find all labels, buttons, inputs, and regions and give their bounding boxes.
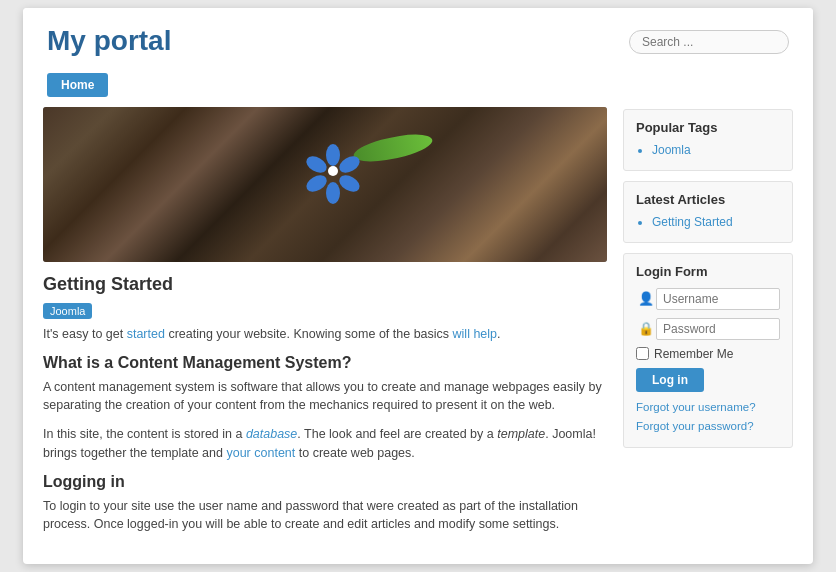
password-row: 🔒 — [636, 317, 780, 341]
remember-row: Remember Me — [636, 347, 780, 361]
username-row: 👤 — [636, 287, 780, 311]
header: My portal — [23, 8, 813, 67]
list-item: Joomla — [652, 143, 780, 157]
section1-title: What is a Content Management System? — [43, 354, 607, 372]
home-button[interactable]: Home — [47, 73, 108, 97]
popular-tags-title: Popular Tags — [636, 120, 780, 135]
user-icon: 👤 — [636, 287, 656, 311]
section1-text: A content management system is software … — [43, 378, 607, 416]
login-links: Forgot your username? Forgot your passwo… — [636, 398, 780, 437]
search-input[interactable] — [629, 30, 789, 54]
popular-tags-list: Joomla — [636, 143, 780, 157]
forgot-username-link[interactable]: Forgot your username? — [636, 398, 780, 418]
article-intro: It's easy to get started creating your w… — [43, 325, 607, 344]
sidebar: Popular Tags Joomla Latest Articles Gett… — [623, 107, 793, 544]
db-link[interactable]: database — [246, 427, 297, 441]
nav-bar: Home — [23, 67, 813, 107]
intro-link-started[interactable]: started — [127, 327, 165, 341]
hero-image — [43, 107, 607, 262]
intro-link-help[interactable]: will help — [453, 327, 497, 341]
password-input[interactable] — [656, 318, 780, 340]
latest-articles-title: Latest Articles — [636, 192, 780, 207]
article-tag[interactable]: Joomla — [43, 303, 92, 319]
article-getting-started-link[interactable]: Getting Started — [652, 215, 733, 229]
section1-text2: In this site, the content is stored in a… — [43, 425, 607, 463]
latest-articles-list: Getting Started — [636, 215, 780, 229]
login-form-title: Login Form — [636, 264, 780, 279]
content-link[interactable]: your content — [226, 446, 295, 460]
login-form-box: Login Form 👤 🔒 Remember Me Log in Forgot… — [623, 253, 793, 448]
content-area: Getting Started Joomla It's easy to get … — [43, 107, 607, 544]
login-button[interactable]: Log in — [636, 368, 704, 392]
main-layout: Getting Started Joomla It's easy to get … — [23, 107, 813, 564]
tag-joomla-link[interactable]: Joomla — [652, 143, 691, 157]
popular-tags-box: Popular Tags Joomla — [623, 109, 793, 171]
username-input[interactable] — [656, 288, 780, 310]
search-wrapper — [629, 30, 789, 54]
section2-text: To login to your site use the user name … — [43, 497, 607, 535]
list-item: Getting Started — [652, 215, 780, 229]
section2-title: Logging in — [43, 473, 607, 491]
lock-icon: 🔒 — [636, 317, 656, 341]
forgot-password-link[interactable]: Forgot your password? — [636, 417, 780, 437]
site-title: My portal — [47, 26, 171, 57]
latest-articles-box: Latest Articles Getting Started — [623, 181, 793, 243]
article-title: Getting Started — [43, 274, 607, 295]
remember-label: Remember Me — [654, 347, 733, 361]
remember-checkbox[interactable] — [636, 347, 649, 360]
